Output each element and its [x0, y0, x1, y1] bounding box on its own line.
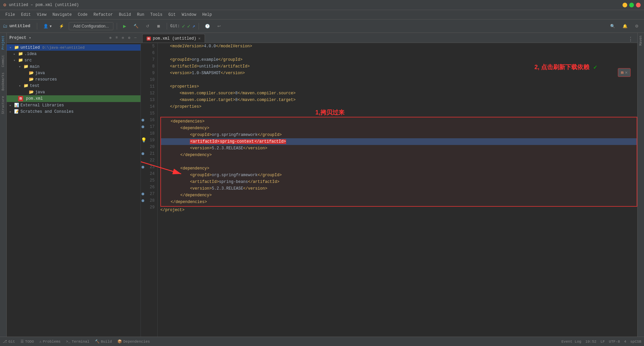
line-num-8: 8: [141, 63, 157, 70]
tree-item-src[interactable]: 📁 src: [7, 57, 141, 63]
run-targets-button[interactable]: ⚡: [56, 22, 67, 30]
vcs-button[interactable]: 👤 ▾: [41, 22, 54, 30]
tab-pom-xml[interactable]: m pom.xml (untitled) ✕: [142, 34, 205, 43]
dependencies-block: <dependencies> <dependency> <groupId>org…: [160, 117, 637, 207]
menu-help[interactable]: Help: [200, 12, 215, 18]
folder-icon-main: 📁: [23, 64, 29, 69]
bottom-dependencies[interactable]: 📦 Dependencies: [117, 339, 150, 344]
minimize-button[interactable]: [623, 3, 627, 7]
stop-icon: ⏹: [157, 24, 161, 29]
folder-icon-java-main: 📂: [29, 70, 34, 76]
line-num-17: 17: [141, 123, 157, 130]
maven-refresh-badge[interactable]: m ✕: [618, 68, 631, 77]
add-configuration-button[interactable]: Add Configuration...: [69, 22, 113, 30]
menu-navigate[interactable]: Navigate: [50, 12, 74, 18]
tree-item-pom[interactable]: m pom.xml: [7, 95, 141, 102]
tree-label-pom: pom.xml: [26, 96, 43, 101]
folder-icon-untitled: 📁: [14, 45, 19, 50]
project-dropdown-icon[interactable]: ▾: [29, 36, 31, 40]
app-icon: ⚙: [3, 2, 6, 8]
sidebar-tab-structure[interactable]: Structure: [1, 93, 6, 117]
line-num-28: 28: [141, 197, 157, 204]
build-button[interactable]: 🔨: [131, 22, 141, 30]
gutter-marker-16: [142, 119, 144, 121]
code-line-16: <dependencies>: [161, 118, 637, 125]
bottom-terminal[interactable]: >_ Terminal: [66, 340, 90, 344]
tree-item-test[interactable]: 📁 test: [7, 83, 141, 89]
menu-code[interactable]: Code: [75, 12, 90, 18]
maven-icon-pom: m: [18, 96, 23, 101]
tree-label-ext-libs: External Libraries: [20, 103, 64, 108]
line-num-5: 5: [141, 43, 157, 50]
project-icon: 🗂: [3, 23, 7, 29]
code-line-5: <modelVersion>4.0.0</modelVersion>: [160, 43, 637, 50]
reload-icon: ↺: [146, 24, 149, 29]
maven-badge-close[interactable]: ✕: [625, 70, 628, 75]
editor-menu-icon[interactable]: ⋮: [628, 36, 633, 43]
editor-code[interactable]: <modelVersion>4.0.0</modelVersion> <grou…: [158, 43, 637, 337]
line-num-16: 16: [141, 117, 157, 123]
expand-arrow-idea: [13, 52, 17, 56]
menu-run[interactable]: Run: [134, 12, 147, 18]
tree-path-untitled: D:\java-ee\untitled: [43, 46, 85, 50]
menu-view[interactable]: View: [34, 12, 49, 18]
menu-refactor[interactable]: Refactor: [91, 12, 116, 18]
tree-item-java-test[interactable]: 📂 java: [7, 89, 141, 95]
settings-button[interactable]: ⚙: [632, 22, 641, 30]
editor-area: 5 6 7 8 9 10 11 12 13 14 15 16: [141, 43, 637, 337]
bottom-bar: ⎇ Git ☰ TODO ⚠ Problems >_ Terminal 🔨 Bu…: [0, 337, 644, 346]
maximize-button[interactable]: [629, 3, 634, 7]
folder-icon-idea: 📁: [18, 51, 23, 56]
tree-item-java-main[interactable]: 📂 java: [7, 70, 141, 76]
collapse-icon[interactable]: ⊖: [120, 35, 125, 41]
tree-item-idea[interactable]: 📁 .idea: [7, 51, 141, 57]
sidebar-tab-bookmarks[interactable]: Bookmarks: [1, 70, 6, 93]
folder-icon-scratches: 📝: [14, 109, 19, 114]
folder-icon-java-test: 📂: [29, 90, 34, 95]
menu-tools[interactable]: Tools: [148, 12, 165, 18]
deps-label: Dependencies: [123, 340, 150, 344]
gutter-marker-28: [142, 199, 144, 202]
reload-button[interactable]: ↺: [143, 22, 152, 30]
line-num-22: 22: [141, 157, 157, 164]
bottom-problems[interactable]: ⚠ Problems: [39, 339, 60, 344]
code-line-15: [160, 110, 637, 117]
line-num-12: 12: [141, 90, 157, 97]
tree-item-resources[interactable]: 📂 resources: [7, 76, 141, 83]
right-tab-maven[interactable]: Maven: [638, 33, 643, 48]
bottom-build[interactable]: 🔨 Build: [95, 339, 112, 344]
close-button[interactable]: [636, 3, 641, 7]
line-num-29: 29: [141, 204, 157, 211]
code-line-17: <dependency>: [161, 125, 637, 132]
tree-item-scratches[interactable]: 📝 Scratches and Consoles: [7, 108, 141, 115]
stop-button[interactable]: ⏹: [154, 22, 163, 30]
tree-item-untitled[interactable]: 📁 untitled D:\java-ee\untitled: [7, 44, 141, 51]
terminal-label: Terminal: [72, 340, 90, 344]
search-button[interactable]: 🔍: [607, 22, 618, 30]
code-line-20: <version>5.2.3.RELEASE</version>: [161, 145, 637, 152]
code-line-11: <properties>: [160, 83, 637, 90]
undo-button[interactable]: ↩: [215, 22, 223, 30]
scope-icon[interactable]: ⊕: [108, 35, 113, 41]
notification-button[interactable]: 🔔: [620, 22, 630, 30]
minimize-panel-icon[interactable]: —: [133, 35, 138, 41]
tab-close-button[interactable]: ✕: [198, 36, 201, 41]
tree-item-ext-libs[interactable]: 📊 External Libraries: [7, 102, 141, 108]
menu-build[interactable]: Build: [116, 12, 133, 18]
sidebar-tab-commit[interactable]: Commit: [1, 52, 6, 70]
gear-icon[interactable]: ⚙: [127, 35, 132, 41]
run-button[interactable]: ▶: [120, 22, 129, 30]
menu-window[interactable]: Window: [179, 12, 199, 18]
bottom-todo[interactable]: ☰ TODO: [20, 339, 34, 344]
sidebar-tab-project[interactable]: Project: [1, 33, 6, 52]
status-event-log[interactable]: Event Log: [561, 340, 581, 344]
history-button[interactable]: 🕐: [202, 22, 213, 30]
menu-git[interactable]: Git: [166, 12, 178, 18]
flatten-icon[interactable]: ≡: [114, 35, 119, 41]
title-bar: ⚙ untitled – pom.xml (untitled): [0, 0, 644, 10]
bottom-git[interactable]: ⎇ Git: [3, 339, 15, 344]
menu-file[interactable]: File: [3, 12, 18, 18]
tree-item-main[interactable]: 📁 main: [7, 63, 141, 70]
line-numbers: 5 6 7 8 9 10 11 12 13 14 15 16: [141, 43, 158, 337]
menu-edit[interactable]: Edit: [18, 12, 34, 18]
